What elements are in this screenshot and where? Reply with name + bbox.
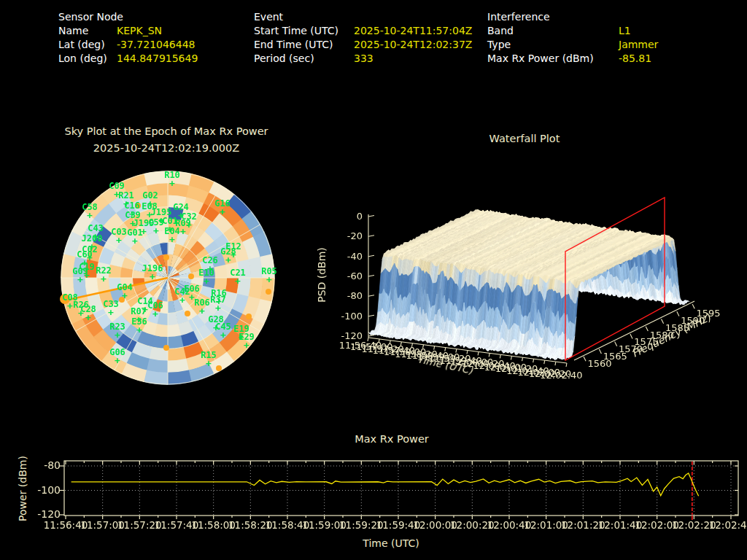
power-dbm-tick: -120 (20, 508, 61, 520)
sensor-row-label: Lon (deg) (58, 52, 107, 66)
event-row-label: End Time (UTC) (254, 38, 333, 52)
interference-rows: BandL1TypeJammerMax Rx Power (dBm)-85.81 (487, 24, 743, 66)
sensor-node-panel: Sensor Node NameKEPK_SNLat (deg)-37.7210… (58, 10, 248, 66)
satellite-marker-G01: + (129, 236, 141, 246)
satellite-marker-G06: + (112, 355, 123, 366)
sensor-row-value: -37.721046448 (117, 38, 195, 52)
sensor-row: NameKEPK_SN (58, 24, 248, 38)
interference-row-value: L1 (619, 24, 631, 38)
waterfall-psd-tick: -100 (319, 311, 363, 322)
waterfall-title: Waterfall Plot (452, 133, 597, 144)
sensor-row: Lat (deg)-37.721046448 (58, 38, 248, 52)
event-panel: Event Start Time (UTC)2025-10-24T11:57:0… (254, 10, 484, 66)
event-row: Period (sec)333 (254, 52, 484, 66)
app-window: { "header": { "sensor": {"title": "Senso… (0, 0, 747, 560)
event-title: Event (254, 10, 484, 24)
sky-plot-epoch-subtitle: 2025-10-24T12:02:19.000Z (42, 142, 290, 154)
satellite-marker-J196: + (147, 271, 158, 282)
satellite-marker-C28: + (82, 312, 94, 323)
interference-panel: Interference BandL1TypeJammerMax Rx Powe… (487, 10, 743, 66)
sensor-node-title: Sensor Node (58, 10, 248, 24)
satellite-marker-R15: + (203, 358, 214, 369)
sensor-row: Lon (deg)144.847915649 (58, 52, 248, 66)
power-dbm-tick: -100 (20, 484, 61, 496)
event-row-label: Period (sec) (254, 52, 314, 66)
power-time-tick: 12:02:40 (705, 519, 747, 531)
event-row: Start Time (UTC)2025-10-24T11:57:04Z (254, 24, 484, 38)
max-rx-power-title: Max Rx Power (319, 433, 465, 445)
sensor-row-value: 144.847915649 (117, 52, 198, 66)
satellite-marker-C21: + (232, 276, 244, 287)
satellite-marker-R22: + (98, 273, 109, 284)
interference-row-label: Max Rx Power (dBm) (487, 52, 594, 66)
power-dbm-tick: -80 (20, 459, 61, 471)
satellite-marker-C33: + (105, 307, 117, 318)
sky-plot-title: Sky Plot at the Epoch of Max Rx Power (42, 125, 290, 137)
interference-row-label: Type (487, 38, 511, 52)
satellite-marker-G16: + (217, 206, 228, 217)
sensor-row-label: Name (58, 24, 88, 38)
satellite-marker-G09: + (74, 274, 86, 285)
waterfall-freq-tick: 1595 (690, 308, 727, 319)
satellite-marker-C58: + (84, 210, 96, 221)
interference-title: Interference (487, 10, 743, 24)
satellite-marker-E29: + (241, 340, 252, 351)
satellite-marker-E04: + (166, 234, 178, 245)
interference-row: TypeJammer (487, 38, 743, 52)
interference-row: Max Rx Power (dBm)-85.81 (487, 52, 743, 66)
waterfall-psd-tick: 0 (319, 211, 363, 222)
waterfall-psd-tick: -20 (319, 230, 363, 241)
event-row-value: 2025-10-24T12:02:37Z (354, 38, 472, 52)
sensor-row-value: KEPK_SN (117, 24, 162, 38)
interference-row-value: Jammer (619, 38, 658, 52)
interference-row-label: Band (487, 24, 514, 38)
sensor-node-rows: NameKEPK_SNLat (deg)-37.721046448Lon (de… (58, 24, 248, 66)
waterfall-time-tick: 12:02:40 (537, 370, 585, 381)
event-row: End Time (UTC)2025-10-24T12:02:37Z (254, 38, 484, 52)
satellite-marker-R05: + (263, 274, 275, 285)
time-axis-label: Time (UTC) (355, 537, 427, 549)
event-row-value: 333 (354, 52, 374, 66)
interference-row-value: -85.81 (619, 52, 651, 66)
event-row-value: 2025-10-24T11:57:04Z (354, 24, 472, 38)
event-rows: Start Time (UTC)2025-10-24T11:57:04ZEnd … (254, 24, 484, 66)
waterfall-psd-tick: -40 (319, 251, 363, 262)
satellite-marker-R23: + (112, 330, 123, 341)
event-row-label: Start Time (UTC) (254, 24, 338, 38)
satellite-marker-R10: + (166, 178, 178, 189)
satellite-marker-E36: + (133, 324, 145, 335)
waterfall-psd-tick: -60 (319, 271, 363, 281)
waterfall-psd-tick: -80 (319, 290, 363, 301)
sensor-row-label: Lat (deg) (58, 38, 105, 52)
interference-row: BandL1 (487, 24, 743, 38)
